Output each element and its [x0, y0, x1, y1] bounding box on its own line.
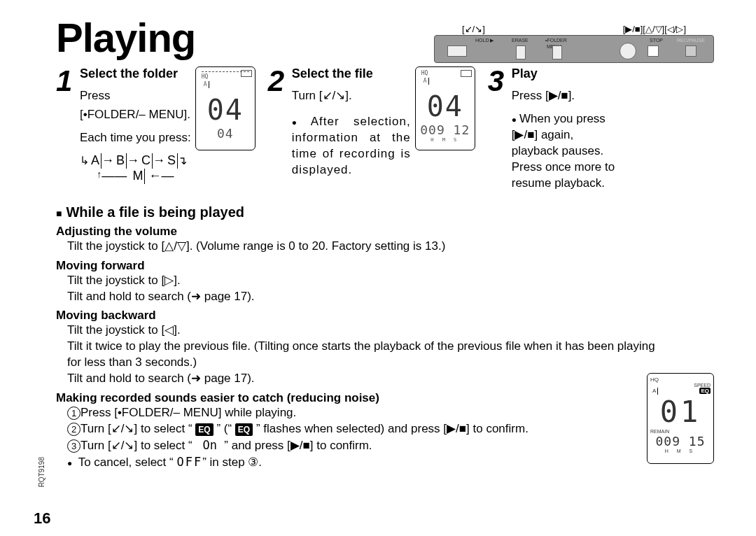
- document-code: RQT9198: [38, 457, 46, 487]
- noise-step3: 3Turn [↙/↘] to select “ On ” and press […: [56, 437, 714, 454]
- lcd2-big: 04: [419, 90, 472, 122]
- callout-playstop: [▶/■][△/▽][◁/▷]: [623, 24, 686, 34]
- cancel-a: To cancel, select “: [78, 456, 177, 469]
- device-label-stop: STOP: [650, 38, 663, 43]
- step-2-line1: Turn [↙/↘].: [292, 88, 411, 104]
- noise-s2c: ” flashes when selected) and press [▶/■]…: [253, 422, 528, 435]
- battery-icon: [241, 70, 252, 77]
- sub-adjust-volume: Adjusting the volume: [56, 225, 714, 239]
- device-jog-dial-icon: [447, 45, 467, 57]
- lcd-eq-display: HQ SPEED A EQ 01 REMAIN 009 15 H M S: [647, 373, 714, 464]
- sub-adjust-volume-text: Tilt the joystick to [△/▽]. (Volume rang…: [56, 239, 714, 255]
- lcd1-folder: A: [202, 81, 209, 88]
- sub-noise-reduce: Making recorded sounds easier to catch (…: [56, 391, 714, 405]
- lcd-step2: HQ A 04 009 12 H M S: [415, 66, 475, 150]
- lcd3-big: 01: [650, 395, 710, 429]
- eq-icon: EQ: [235, 423, 253, 436]
- device-erase-button-icon: [516, 45, 526, 59]
- noise-s3a: Turn [↙/↘] to select “: [80, 439, 195, 452]
- device-label-hold: HOLD ▶: [475, 38, 493, 43]
- callout-joystick: [↙/↘]: [462, 24, 485, 34]
- device-top-illustration: [↙/↘] [▶/■][△/▽][◁/▷] HOLD ▶ ERASE •FOLD…: [434, 35, 714, 63]
- device-rec-button-icon: [685, 45, 696, 57]
- lcd3-hq: HQ: [650, 376, 659, 383]
- step-2-bullet: After selection, information at the time…: [292, 114, 411, 178]
- sub-moving-backward: Moving backward: [56, 309, 714, 323]
- lcd-step1: HQ A 04 04: [195, 66, 255, 150]
- battery-icon: [461, 70, 472, 77]
- noise-s2b: ” (“: [214, 422, 235, 435]
- step-3-number: 3: [488, 66, 507, 192]
- sub-moving-forward: Moving forward: [56, 259, 714, 273]
- lcd1-big: 04: [199, 94, 252, 126]
- lcd3-folder: A: [650, 388, 658, 395]
- moving-forward-l2: Tilt and hold to search (➜ page 17).: [56, 289, 714, 305]
- folder-sequence: ↳A→B→C→S↴ ↑—— M ←—: [80, 153, 191, 184]
- lcd3-speed: SPEED: [650, 383, 710, 388]
- step-3-title: Play: [512, 66, 624, 81]
- device-label-folder: •FOLDER: [545, 38, 567, 43]
- step-3-line1: Press [▶/■].: [512, 88, 624, 104]
- lcd2-folder: A: [421, 78, 429, 85]
- moving-forward-l1: Tilt the joystick to [▷].: [56, 273, 714, 289]
- step-1-number: 1: [56, 66, 76, 184]
- moving-backward-l1: Tilt the joystick to [◁].: [56, 323, 714, 339]
- circled-3-icon: 3: [67, 439, 80, 453]
- lcd-on-text: On: [195, 438, 224, 452]
- moving-backward-l2: Tilt it twice to play the previous file.…: [56, 339, 655, 371]
- noise-step1-text: Press [•FOLDER/– MENU] while playing.: [80, 406, 296, 419]
- lcd2-time: 009 12: [419, 122, 472, 137]
- eq-icon: EQ: [195, 423, 213, 436]
- lcd3-time: 009 15: [650, 434, 710, 449]
- noise-step1: 1Press [•FOLDER/– MENU] while playing.: [56, 405, 714, 421]
- device-joystick-icon: [620, 43, 636, 59]
- folder-a: A: [89, 153, 102, 169]
- page-number: 16: [34, 509, 50, 528]
- lcd3-remain: REMAIN: [650, 429, 710, 434]
- device-stop-button-icon: [648, 45, 659, 57]
- moving-backward-l3: Tilt and hold to search (➜ page 17).: [56, 371, 714, 387]
- step-1-line2: [•FOLDER/– MENU].: [80, 107, 191, 123]
- cancel-b: ” in step ③.: [202, 456, 262, 469]
- step-1-line1: Press: [80, 88, 191, 104]
- device-label-erase: ERASE: [512, 38, 528, 43]
- battery-icon: [701, 376, 710, 382]
- noise-s2a: Turn [↙/↘] to select “: [80, 422, 195, 435]
- lcd-off-text: OFF: [176, 455, 202, 469]
- lcd3-hms: H M S: [650, 449, 710, 453]
- lcd3-eq-icon: EQ: [699, 388, 710, 394]
- lcd2-hms: H M S: [419, 137, 472, 143]
- circled-1-icon: 1: [67, 407, 80, 420]
- step-2-number: 2: [268, 66, 288, 178]
- device-label-recpause: REC/PAUSE: [677, 38, 705, 43]
- step-2-title: Select the file: [292, 66, 411, 81]
- folder-b: B: [114, 153, 127, 169]
- step-1-title: Select the folder: [80, 66, 191, 81]
- device-folder-button-icon: [552, 45, 562, 59]
- folder-m: M: [130, 169, 145, 184]
- step-3-bullet: When you press [▶/■] again, playback pau…: [512, 111, 624, 192]
- while-playing-section: While a file is being played Adjusting t…: [56, 204, 714, 471]
- circled-2-icon: 2: [67, 423, 80, 436]
- noise-step2: 2Turn [↙/↘] to select “ EQ ” (“ EQ ” fla…: [56, 421, 714, 437]
- noise-cancel: To cancel, select “ OFF” in step ③.: [56, 454, 714, 471]
- lcd1-small: 04: [199, 126, 252, 141]
- folder-s: S: [165, 153, 178, 169]
- while-playing-heading: While a file is being played: [56, 204, 714, 220]
- folder-c: C: [139, 153, 153, 169]
- step-1-line3: Each time you press:: [80, 130, 191, 146]
- noise-s3b: ” and press [▶/■] to confirm.: [224, 439, 372, 452]
